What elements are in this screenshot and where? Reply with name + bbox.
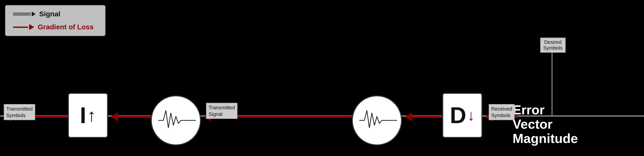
d-block-char: D <box>450 104 466 127</box>
legend-gradient-line <box>13 24 34 30</box>
transmitted-signal-text: TransmittedSignal <box>209 105 235 117</box>
legend-box: Signal Gradient of Loss <box>5 5 106 36</box>
d-block-text: D ↓ <box>450 104 475 127</box>
received-symbols-label: ReceivedSymbols <box>489 104 515 120</box>
desired-symbols-vertical-line <box>552 53 553 117</box>
d-block-down-arrow-icon: ↓ <box>467 108 475 123</box>
transmitted-symbols-label: TransmittedSymbols <box>4 104 35 120</box>
wave-circle-right <box>352 95 402 145</box>
desired-symbols-box: DesiredSymbols <box>540 38 566 53</box>
diagram: Signal Gradient of Loss <box>0 0 644 156</box>
evm-label: Error VectorMagnitude <box>513 103 583 146</box>
legend-signal-row: Signal <box>13 10 97 18</box>
i-block: I ↑ <box>68 93 108 138</box>
desired-symbols-text: DesiredSymbols <box>543 39 563 51</box>
d-block: D ↓ <box>442 93 482 138</box>
received-symbols-text: ReceivedSymbols <box>491 106 512 118</box>
gradient-arrow-icon <box>29 24 34 30</box>
gradient-arrow-2 <box>111 112 157 121</box>
legend-gradient-row: Gradient of Loss <box>13 23 97 31</box>
i-block-up-arrow-icon: ↑ <box>87 107 96 124</box>
signal-arrow-icon <box>32 12 36 17</box>
i-block-char: I <box>80 104 86 127</box>
i-block-text: I ↑ <box>80 104 96 127</box>
transmitted-symbols-text: TransmittedSymbols <box>6 106 33 118</box>
waveform-right-svg <box>357 105 397 135</box>
transmitted-signal-label: TransmittedSignal <box>206 103 237 119</box>
wave-circle-left <box>151 95 201 145</box>
gradient-line-icon <box>13 27 28 28</box>
waveform-left-svg <box>156 105 196 135</box>
legend-signal-label: Signal <box>39 10 60 18</box>
legend-gradient-label: Gradient of Loss <box>38 23 93 31</box>
evm-text: Error VectorMagnitude <box>513 103 578 146</box>
legend-signal-line <box>13 12 36 17</box>
